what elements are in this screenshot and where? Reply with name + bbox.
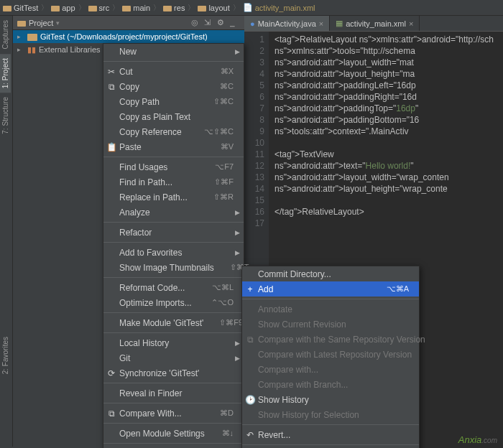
breadcrumb-item[interactable]: main (122, 4, 150, 12)
cut-icon: ✂ (106, 67, 116, 77)
menu-main-find-in-path[interactable]: Find in Path...⇧⌘F (103, 174, 244, 190)
breadcrumb-item[interactable]: app (51, 4, 75, 12)
add-icon: + (245, 284, 255, 294)
menu-main-cut[interactable]: ✂Cut⌘X (103, 64, 244, 79)
breadcrumb-item[interactable]: res (163, 4, 185, 12)
menu-main-copy-reference[interactable]: Copy Reference⌥⇧⌘C (103, 124, 244, 139)
menu-main-copy[interactable]: ⧉Copy⌘C (103, 79, 244, 94)
tree-item-root[interactable]: ▸ GitTest (~/Downloads/project/myproject… (13, 30, 244, 43)
compare-with-the-same-repository-version-icon: ⧉ (245, 335, 255, 345)
chevron-right-icon: ▶ (235, 249, 240, 256)
menu-git-add[interactable]: +Add⌥⌘A (242, 281, 419, 297)
menu-git-annotate: Annotate (242, 302, 419, 317)
svg-rect-0 (3, 6, 11, 11)
menu-main-make-module-gittest[interactable]: Make Module 'GitTest'⇧⌘F9 (103, 315, 244, 330)
tool-window-tabs-left: Captures 1: Project 7: Structure 2: Favo… (0, 16, 13, 447)
editor-tab-activity-main[interactable]: ▦ activity_main.xml × (330, 16, 420, 31)
sidetab-project[interactable]: 1: Project (0, 54, 11, 93)
caret-icon[interactable]: ▸ (17, 33, 24, 40)
close-icon[interactable]: × (319, 19, 323, 28)
menu-main-reformat-code[interactable]: Reformat Code...⌥⌘L (103, 280, 244, 295)
sidetab-structure[interactable]: 7: Structure (0, 93, 11, 139)
menu-main-synchronize-gittest[interactable]: ⟳Synchronize 'GitTest' (103, 365, 244, 381)
menu-git-compare-with-the-same-repository-version: ⧉Compare with the Same Repository Versio… (242, 332, 419, 347)
context-menu-main: New▶✂Cut⌘X⧉Copy⌘CCopy Path⇧⌘CCopy as Pla… (103, 43, 244, 448)
menu-main-copy-path[interactable]: Copy Path⇧⌘C (103, 94, 244, 109)
editor-tabs: ● MainActivity.java × ▦ activity_main.xm… (244, 16, 503, 32)
close-icon[interactable]: × (409, 19, 413, 28)
svg-rect-5 (198, 6, 206, 11)
revert--icon: ↶ (245, 430, 255, 440)
menu-main-replace-in-path[interactable]: Replace in Path...⇧⌘R (103, 190, 244, 205)
menu-main-show-image-thumbnails[interactable]: Show Image Thumbnails⇧⌘T (103, 260, 244, 275)
project-panel-title: Project (29, 19, 53, 27)
show-history-icon: 🕑 (245, 395, 255, 405)
menu-main-compare-with[interactable]: ⧉Compare With...⌘D (103, 406, 244, 421)
menu-main-git[interactable]: Git▶ (103, 350, 244, 365)
svg-rect-4 (163, 6, 172, 11)
chevron-right-icon: ▶ (235, 355, 240, 362)
svg-rect-2 (88, 6, 97, 11)
svg-rect-6 (17, 21, 26, 27)
caret-icon[interactable]: ▸ (17, 46, 24, 53)
editor-tab-mainactivity[interactable]: ● MainActivity.java × (244, 16, 330, 31)
hide-icon[interactable]: ⎯ (230, 18, 240, 28)
folder-icon (17, 19, 26, 27)
menu-git-compare-with-branch: Compare with Branch... (242, 377, 419, 392)
libraries-icon: ▮▮ (27, 45, 36, 55)
context-menu-git: Commit Directory...+Add⌥⌘AAnnotateShow C… (241, 266, 420, 448)
chevron-right-icon: ▶ (235, 229, 240, 236)
chevron-right-icon: ▶ (235, 209, 240, 216)
menu-main-local-history[interactable]: Local History▶ (103, 335, 244, 350)
collapse-icon[interactable]: ⇲ (204, 18, 214, 28)
menu-git-compare-with: Compare with... (242, 362, 419, 377)
menu-git-show-current-revision: Show Current Revision (242, 317, 419, 332)
menu-git-compare-with-latest-repository-version: Compare with Latest Repository Version (242, 347, 419, 362)
breadcrumb: GitTest〉 app〉 src〉 main〉 res〉 layout〉 📄a… (0, 0, 503, 16)
menu-main-add-to-favorites[interactable]: Add to Favorites▶ (103, 245, 244, 260)
menu-main-new[interactable]: New▶ (103, 44, 244, 59)
svg-rect-7 (27, 34, 37, 41)
locate-icon[interactable]: ◎ (191, 18, 201, 28)
sidetab-favorites[interactable]: 2: Favorites (0, 332, 11, 378)
compare-with--icon: ⧉ (106, 409, 116, 419)
menu-main-copy-as-plain-text[interactable]: Copy as Plain Text (103, 109, 244, 124)
menu-git-commit-directory[interactable]: Commit Directory... (242, 266, 419, 281)
chevron-right-icon: ▶ (235, 48, 240, 55)
chevron-right-icon: ▶ (235, 340, 240, 347)
menu-main-find-usages[interactable]: Find Usages⌥F7 (103, 159, 244, 174)
menu-main-optimize-imports[interactable]: Optimize Imports...⌃⌥O (103, 295, 244, 310)
menu-git-show-history[interactable]: 🕑Show History (242, 392, 419, 407)
project-panel-header: Project ▾ ◎ ⇲ ⚙ ⎯ (13, 16, 244, 30)
synchronize-gittest--icon: ⟳ (106, 368, 116, 378)
menu-main-analyze[interactable]: Analyze▶ (103, 205, 244, 220)
svg-rect-3 (122, 6, 131, 11)
breadcrumb-item[interactable]: src (88, 4, 110, 12)
menu-git-show-history-for-selection: Show History for Selection (242, 407, 419, 422)
sidetab-captures[interactable]: Captures (0, 16, 11, 54)
copy-icon: ⧉ (106, 82, 116, 92)
java-file-icon: ● (250, 19, 255, 28)
menu-main-refactor[interactable]: Refactor▶ (103, 225, 244, 240)
breadcrumb-item[interactable]: 📄activity_main.xml (243, 3, 315, 12)
menu-main-paste[interactable]: 📋Paste⌘V (103, 139, 244, 154)
folder-icon (27, 32, 37, 41)
svg-rect-1 (51, 6, 60, 11)
menu-main-reveal-in-finder[interactable]: Reveal in Finder (103, 386, 244, 401)
paste-icon: 📋 (106, 142, 116, 152)
watermark: Anxia.com (458, 434, 497, 445)
breadcrumb-item[interactable]: GitTest (3, 4, 38, 12)
breadcrumb-item[interactable]: layout (198, 4, 229, 12)
menu-main-open-module-settings[interactable]: Open Module Settings⌘↓ (103, 426, 244, 441)
xml-file-icon: ▦ (336, 19, 343, 28)
menu-git-revert[interactable]: ↶Revert... (242, 427, 419, 442)
gear-icon[interactable]: ⚙ (217, 18, 227, 28)
